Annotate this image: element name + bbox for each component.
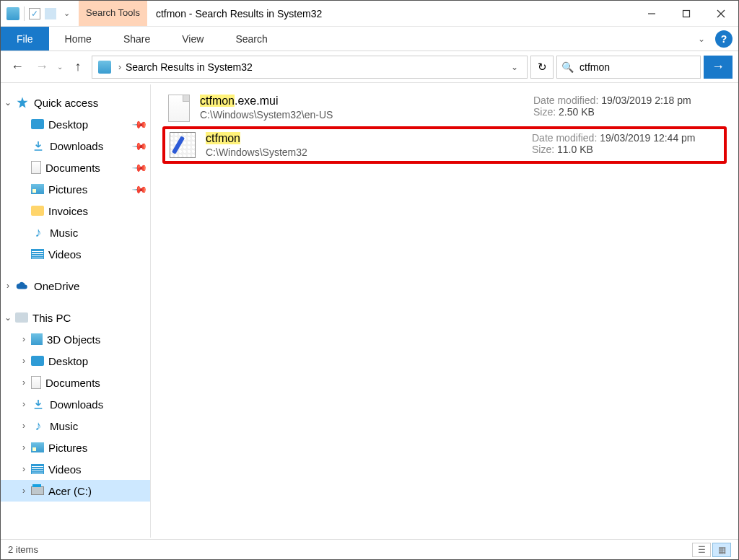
sidebar-item-downloads[interactable]: ›Downloads📌 [1, 135, 150, 157]
svg-rect-1 [683, 10, 690, 17]
pin-icon: 📌 [131, 115, 148, 132]
result-metadata: Date modified: 19/03/2019 2:18 pmSize: 2… [533, 95, 721, 118]
address-location-icon [98, 61, 111, 74]
app-folder-icon [6, 7, 19, 20]
sidebar-item-videos[interactable]: ›Videos [1, 243, 150, 265]
tree-expander-icon[interactable]: › [17, 464, 31, 474]
sidebar-item-documents[interactable]: ›Documents [1, 372, 150, 393]
result-filename: ctfmon [206, 132, 522, 145]
ribbon-file-tab[interactable]: File [1, 27, 49, 51]
tree-item-label: Desktop [48, 355, 146, 367]
sidebar-item-pictures[interactable]: ›Pictures [1, 437, 150, 458]
result-filename: ctfmon.exe.mui [200, 95, 523, 108]
tree-expander-icon[interactable]: › [17, 377, 31, 388]
tree-expander-icon[interactable]: › [17, 486, 31, 496]
nav-history-chevron[interactable]: ⌄ [56, 63, 64, 71]
quick-access-toolbar: ✓ ⌄ [1, 1, 79, 26]
tree-item-label: Documents [45, 162, 134, 174]
view-details-button[interactable]: ☰ [692, 543, 711, 557]
tree-item-label: Desktop [48, 118, 134, 131]
qat-properties-icon[interactable]: ✓ [29, 8, 40, 19]
sidebar-quick-access[interactable]: ⌄Quick access [1, 92, 150, 113]
sidebar-item-music[interactable]: ›♪Music [1, 415, 150, 437]
pin-icon: 📌 [131, 137, 148, 154]
sidebar-this-pc[interactable]: ⌄This PC [1, 307, 150, 328]
tree-item-label: Quick access [34, 97, 146, 109]
ribbon-home-tab[interactable]: Home [49, 27, 108, 51]
navigation-pane: ⌄Quick access›Desktop📌›Downloads📌›Docume… [1, 84, 151, 538]
sidebar-item-desktop[interactable]: ›Desktop📌 [1, 113, 150, 135]
maximize-button[interactable] [669, 1, 704, 26]
tree-expander-icon[interactable]: › [1, 281, 15, 291]
help-button[interactable]: ? [715, 30, 733, 48]
ribbon-tabs: File Home Share View Search ⌄ ? [1, 27, 738, 51]
tree-expander-icon[interactable]: › [17, 442, 31, 452]
sidebar-item-pictures[interactable]: ›Pictures📌 [1, 178, 150, 200]
result-path: C:\Windows\System32 [206, 146, 522, 158]
tree-expander-icon[interactable]: › [17, 399, 31, 409]
tree-expander-icon[interactable]: ⌄ [1, 97, 15, 108]
navigation-bar: ← → ⌄ ↑ › Search Results in System32 ⌄ ↻… [1, 51, 738, 83]
sidebar-item-3d-objects[interactable]: ›3D Objects [1, 328, 150, 350]
file-icon [168, 95, 190, 122]
status-item-count: 2 items [8, 544, 38, 555]
sidebar-onedrive[interactable]: ›OneDrive [1, 275, 150, 297]
sidebar-item-acer-c-[interactable]: ›Acer (C:) [1, 480, 150, 502]
executable-icon [170, 132, 196, 158]
ribbon-share-tab[interactable]: Share [108, 27, 166, 51]
search-go-button[interactable]: → [704, 56, 733, 79]
refresh-button[interactable]: ↻ [530, 56, 554, 79]
tree-item-label: Music [50, 227, 146, 239]
ribbon-search-tab[interactable]: Search [219, 27, 283, 51]
view-large-icons-button[interactable]: ▦ [712, 543, 731, 557]
address-history-chevron[interactable]: ⌄ [505, 62, 524, 72]
tree-item-label: Acer (C:) [48, 485, 146, 497]
sidebar-item-downloads[interactable]: ›Downloads [1, 393, 150, 415]
sidebar-item-invoices[interactable]: ›Invoices [1, 200, 150, 222]
results-list: ctfmon.exe.muiC:\Windows\System32\en-USD… [151, 84, 738, 538]
tree-item-label: Documents [45, 377, 146, 389]
search-result[interactable]: ctfmonC:\Windows\System32Date modified: … [162, 126, 727, 164]
tree-item-label: Music [50, 420, 146, 432]
qat-newfolder-icon[interactable] [45, 8, 56, 19]
minimize-button[interactable] [634, 1, 669, 26]
context-tab-search-tools[interactable]: Search Tools [79, 1, 147, 26]
tree-item-label: Pictures [48, 442, 146, 454]
close-button[interactable] [704, 1, 738, 26]
pin-icon: 📌 [131, 159, 148, 175]
nav-back-button[interactable]: ← [6, 56, 28, 78]
breadcrumb-text[interactable]: Search Results in System32 [126, 61, 253, 73]
ribbon-view-tab[interactable]: View [166, 27, 219, 51]
tree-item-label: OneDrive [34, 280, 146, 292]
result-path: C:\Windows\System32\en-US [200, 109, 523, 121]
tree-expander-icon[interactable]: › [17, 334, 31, 344]
tree-item-label: Pictures [48, 183, 134, 196]
search-icon: 🔍 [561, 61, 574, 73]
tree-expander-icon[interactable]: › [17, 356, 31, 366]
tree-item-label: Downloads [50, 140, 134, 152]
sidebar-item-videos[interactable]: ›Videos [1, 458, 150, 480]
sidebar-item-documents[interactable]: ›Documents📌 [1, 157, 150, 178]
tree-item-label: Downloads [50, 398, 146, 411]
search-box[interactable]: 🔍 ✕ [556, 56, 701, 79]
tree-item-label: Videos [48, 463, 146, 476]
ribbon-collapse-chevron[interactable]: ⌄ [689, 27, 714, 51]
pin-icon: 📌 [131, 180, 148, 197]
breadcrumb-separator[interactable]: › [117, 62, 123, 72]
tree-item-label: Videos [48, 248, 146, 261]
tree-expander-icon[interactable]: ⌄ [1, 312, 15, 323]
result-metadata: Date modified: 19/03/2019 12:44 pmSize: … [532, 132, 720, 155]
status-bar: 2 items ☰ ▦ [1, 539, 738, 559]
sidebar-item-music[interactable]: ›♪Music [1, 222, 150, 243]
nav-up-button[interactable]: ↑ [67, 56, 89, 78]
tree-item-label: Invoices [48, 205, 146, 217]
search-result[interactable]: ctfmon.exe.muiC:\Windows\System32\en-USD… [162, 90, 727, 126]
window-title: ctfmon - Search Results in System32 [147, 8, 322, 19]
qat-customize-chevron[interactable]: ⌄ [61, 9, 73, 18]
sidebar-item-desktop[interactable]: ›Desktop [1, 350, 150, 372]
nav-forward-button: → [31, 56, 53, 78]
tree-item-label: This PC [32, 312, 146, 324]
tree-expander-icon[interactable]: › [17, 421, 31, 431]
address-bar[interactable]: › Search Results in System32 ⌄ [92, 56, 528, 79]
search-input[interactable] [578, 61, 707, 74]
